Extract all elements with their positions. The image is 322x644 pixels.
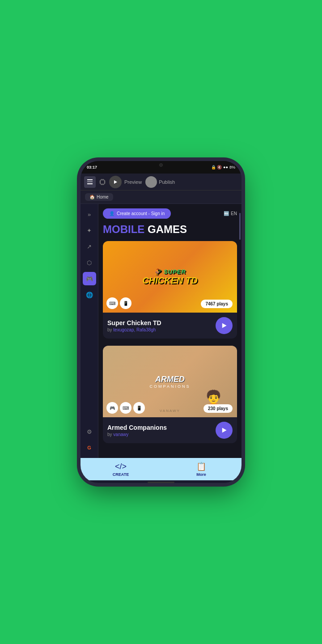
create-account-label: Create account - Sign in (117, 211, 165, 216)
sidebar-item-tools[interactable]: ↗ (83, 240, 96, 253)
plays-badge-1: 7467 plays (201, 300, 233, 308)
preview-label: Preview (124, 179, 142, 185)
game-author-2: by vanawy (107, 432, 167, 437)
translate-icon: 🔤 (224, 211, 229, 216)
create-icon: </> (115, 462, 127, 471)
bottom-tab-create[interactable]: </> CREATE (80, 458, 161, 480)
game-title-2: Armed Companions (107, 424, 167, 431)
camera-notch (145, 161, 177, 169)
author-link-2[interactable]: vanawy (113, 432, 128, 437)
status-signal: ●● (223, 165, 228, 169)
game-info-2: Armed Companions by vanawy (103, 417, 237, 443)
sidebar-bottom: ⚙ G (83, 425, 96, 454)
plays-count-2: 230 plays (208, 406, 228, 411)
more-icon: 📋 (196, 462, 206, 471)
title-games: GAMES (148, 223, 187, 235)
sidebar-item-layers[interactable]: ⬡ (83, 256, 96, 269)
publish-label: Publish (159, 179, 175, 185)
watermark: VANAWY (160, 409, 180, 413)
plays-badge-2: 230 plays (203, 404, 233, 413)
user-icon: 👤 (109, 211, 114, 216)
status-time: 03:17 (87, 165, 97, 169)
svg-marker-15 (222, 428, 227, 432)
game-card-armed-companions: ARMED COMPANIONS 🧑‍🦱 🎮 ⌨ 📱 230 plays (103, 346, 237, 443)
author-link-1[interactable]: texugozap, Rafa38gh (113, 327, 156, 332)
toolbar: Preview Publish (80, 174, 242, 191)
game-info-1: Super Chicken TD by texugozap, Rafa38gh (103, 313, 237, 339)
create-account-button[interactable]: 👤 Create account - Sign in (103, 208, 171, 219)
page-title: MOBILE GAMES (103, 224, 237, 235)
phone-frame: 03:17 🔒 🔇 ●● 8% (80, 161, 242, 483)
mobile-icon: 📱 (120, 297, 131, 309)
sidebar-item-settings[interactable]: ⚙ (83, 425, 96, 438)
mobile-icon-2: 📱 (133, 402, 145, 414)
plays-count-1: 7467 plays (205, 301, 228, 306)
sidebar-item-grammarly[interactable]: G (83, 441, 96, 454)
game-details-2: Armed Companions by vanawy (107, 424, 167, 437)
svg-rect-0 (101, 180, 105, 184)
scrollbar (239, 213, 241, 240)
status-battery: 8% (229, 165, 235, 169)
game-thumbnail-2[interactable]: ARMED COMPANIONS 🧑‍🦱 🎮 ⌨ 📱 230 plays (103, 346, 237, 417)
toggle-switch[interactable] (145, 176, 157, 188)
sidebar-item-expand[interactable]: » (83, 208, 96, 221)
breadcrumb-home[interactable]: 🏠 Home (85, 193, 113, 201)
home-indicator (148, 482, 174, 483)
gamepad-icon: 🎮 (106, 402, 118, 414)
sidebar: » ✦ ↗ ⬡ 🎮 🌐 ⚙ G (80, 204, 98, 458)
svg-marker-13 (114, 180, 117, 184)
keyboard-icon: ⌨ (106, 297, 118, 309)
bottom-bar: </> CREATE 📋 More (80, 458, 242, 480)
breadcrumb-bar: 🏠 Home (80, 191, 242, 204)
sidebar-item-effects[interactable]: ✦ (83, 224, 96, 237)
language-button[interactable]: 🔤 EN (224, 211, 237, 216)
super-text: 🐓 SUPER (142, 268, 197, 275)
create-label: CREATE (113, 472, 129, 477)
chicken-td-text: CHICKEN TD (142, 275, 197, 285)
content-inner: 👤 Create account - Sign in 🔤 EN MOBILE G… (98, 204, 242, 455)
status-icons: 🔒 🔇 (211, 165, 222, 169)
platform-icons-1: ⌨ 📱 (106, 297, 131, 309)
game-title-1: Super Chicken TD (107, 319, 161, 326)
play-button-1[interactable] (216, 317, 233, 334)
status-bar: 03:17 🔒 🔇 ●● 8% (80, 161, 242, 174)
more-label: More (196, 472, 206, 477)
play-button[interactable] (109, 176, 122, 188)
game-details-1: Super Chicken TD by texugozap, Rafa38gh (107, 319, 161, 332)
auth-bar: 👤 Create account - Sign in 🔤 EN (103, 208, 237, 219)
status-right: 🔒 🔇 ●● 8% (211, 165, 235, 169)
camera-dot (159, 163, 163, 167)
armed-title-block: ARMED COMPANIONS (150, 375, 191, 389)
chip-icon (97, 177, 107, 187)
bottom-tab-more[interactable]: 📋 More (161, 458, 242, 480)
game-author-1: by texugozap, Rafa38gh (107, 327, 161, 332)
main-body: » ✦ ↗ ⬡ 🎮 🌐 ⚙ G 👤 Create account - Sign … (80, 204, 242, 458)
sidebar-item-games[interactable]: 🎮 (83, 272, 96, 285)
home-icon: 🏠 (89, 195, 95, 199)
play-button-2[interactable] (216, 422, 233, 439)
platform-icons-2: 🎮 ⌨ 📱 (106, 402, 145, 414)
keyboard-icon-2: ⌨ (120, 402, 131, 414)
game-card-super-chicken-td: 🐓 SUPER CHICKEN TD ⌨ 📱 7467 plays (103, 241, 237, 339)
svg-marker-14 (222, 323, 227, 328)
title-mobile: MOBILE (103, 223, 148, 235)
content-area[interactable]: 👤 Create account - Sign in 🔤 EN MOBILE G… (98, 204, 242, 458)
lang-label: EN (231, 211, 237, 216)
sidebar-item-web[interactable]: 🌐 (83, 288, 96, 301)
menu-button[interactable] (84, 176, 96, 188)
game-thumbnail-1[interactable]: 🐓 SUPER CHICKEN TD ⌨ 📱 7467 plays (103, 241, 237, 313)
armed-title: ARMED (150, 375, 191, 384)
armed-subtitle: COMPANIONS (150, 384, 191, 389)
breadcrumb-home-label: Home (97, 195, 109, 199)
